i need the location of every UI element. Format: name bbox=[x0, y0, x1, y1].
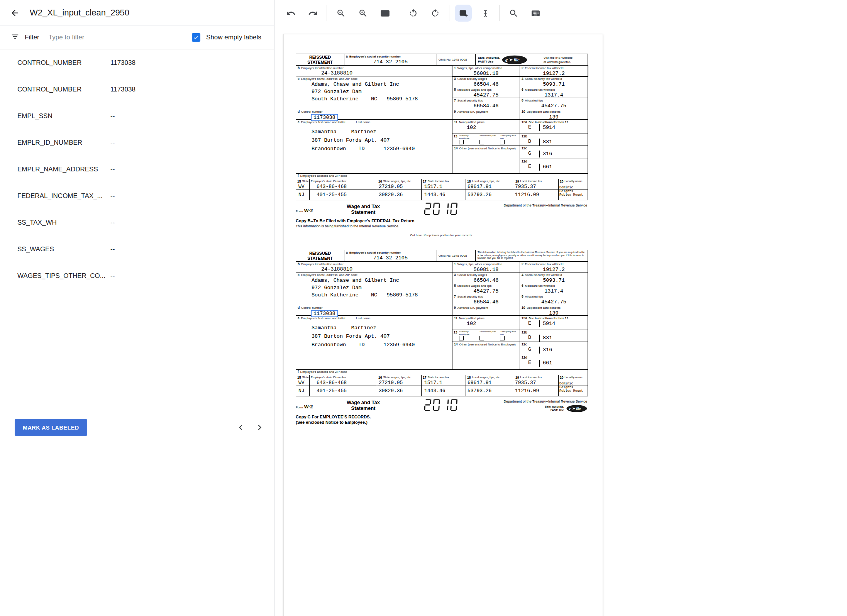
ein-value[interactable]: 24-3188810 bbox=[321, 70, 452, 76]
box-11-nonqualified: 11Nonqualified plans 102 bbox=[452, 120, 520, 134]
svg-text:file: file bbox=[576, 407, 581, 411]
treasury-department-label: Department of the Treasury--Internal Rev… bbox=[503, 203, 587, 207]
box-12a: 12aSee instructions for box 12 E5914 bbox=[520, 120, 588, 134]
label-row[interactable]: SS_WAGES-- bbox=[0, 236, 274, 262]
text-select-button[interactable] bbox=[477, 5, 494, 22]
federal-tax-value[interactable]: 19127.2 bbox=[520, 267, 588, 272]
zoom-in-icon bbox=[358, 8, 368, 18]
box-20-locality: 20Locality name Dominic Heights bbox=[559, 375, 588, 386]
form-w2-label: FormW-2 bbox=[296, 203, 330, 213]
state-row2-local-tax: 11216.09 bbox=[514, 190, 559, 200]
employee-street[interactable]: 387 Burton Fords Apt. 407 bbox=[296, 332, 452, 341]
ssn-value[interactable]: 714-32-2105 bbox=[344, 59, 437, 65]
label-panel: W2_XL_input_clean_2950 Filter Show empty… bbox=[0, 0, 274, 616]
box-16-state-wages: 16State wages, tips, etc. 27219.05 bbox=[377, 179, 422, 190]
year-seven-segment: 2010 bbox=[423, 399, 458, 411]
panel-header: W2_XL_input_clean_2950 bbox=[0, 0, 274, 26]
omb-number: OMB No. 1545-0008 bbox=[437, 54, 476, 65]
copy-designation: Copy B--To Be Filed with Employee's FEDE… bbox=[296, 218, 587, 223]
box-10-dependent-care: 10Dependent care benefits 139 bbox=[520, 109, 588, 119]
chevron-left-icon bbox=[235, 422, 246, 433]
label-row[interactable]: CONTROL_NUMBER1173038 bbox=[0, 76, 274, 103]
employer-city[interactable]: South Katherine NC 95869-5178 bbox=[296, 95, 452, 103]
federal-tax-value[interactable]: 19127.2 bbox=[520, 71, 588, 76]
employee-city[interactable]: Brandontown ID 12359-6940 bbox=[296, 341, 452, 349]
boxes-11-14: 11Nonqualified plans 102 12aSee instruct… bbox=[452, 316, 588, 369]
box-annotate-button[interactable] bbox=[455, 5, 472, 22]
document-panel: REISSUED STATEMENT aEmployee's social se… bbox=[274, 0, 847, 616]
box-annotate-icon bbox=[459, 8, 468, 18]
box-f-address-label: fEmployee's address and ZIP code bbox=[296, 370, 588, 375]
employer-city[interactable]: South Katherine NC 95869-5178 bbox=[296, 291, 452, 299]
undo-button[interactable] bbox=[282, 5, 299, 22]
search-button[interactable] bbox=[505, 5, 522, 22]
label-row[interactable]: EMPLR_ID_NUMBER-- bbox=[0, 129, 274, 156]
box-19-local-tax: 19Local income tax 7935.37 bbox=[514, 375, 559, 386]
document-viewer[interactable]: REISSUED STATEMENT aEmployee's social se… bbox=[274, 26, 847, 616]
label-row[interactable]: SS_TAX_WH-- bbox=[0, 209, 274, 236]
copy-designation-note: (See enclosed Notice to Employee.) bbox=[296, 420, 587, 425]
ssn-value[interactable]: 714-32-2105 bbox=[344, 255, 437, 261]
show-empty-labels-label: Show empty labels bbox=[206, 34, 261, 41]
w2-footer: FormW-2 Wage and Tax Statement 2010 Depa… bbox=[296, 396, 587, 425]
box-8-allocated-tips: 8Allocated tips 45427.75 bbox=[520, 98, 588, 109]
next-document-button[interactable] bbox=[254, 422, 265, 433]
wages-value[interactable]: 56081.18 bbox=[452, 71, 520, 76]
show-empty-labels-checkbox[interactable] bbox=[192, 33, 200, 42]
zoom-out-button[interactable] bbox=[332, 5, 349, 22]
cut-dashed-line bbox=[296, 238, 587, 238]
state-row2-local-wages: 53793.26 bbox=[466, 190, 514, 200]
rotate-left-button[interactable] bbox=[405, 5, 422, 22]
copy-designation: Copy C For EMPLOYEE'S RECORDS. bbox=[296, 415, 587, 419]
undo-icon bbox=[286, 8, 296, 18]
ein-value[interactable]: 24-3188810 bbox=[321, 266, 452, 272]
label-row[interactable]: CONTROL_NUMBER1173038 bbox=[0, 49, 274, 76]
search-icon bbox=[509, 8, 518, 18]
employer-name[interactable]: Adams, Chase and Gilbert Inc bbox=[296, 81, 452, 88]
zoom-in-button[interactable] bbox=[354, 5, 371, 22]
box-9-advance-eic: 9Advance EIC payment bbox=[452, 305, 520, 315]
omb-number: OMB No. 1545-0008 bbox=[437, 250, 476, 261]
employee-name[interactable]: SamanthaMartinez bbox=[296, 128, 452, 136]
rotate-right-button[interactable] bbox=[427, 5, 444, 22]
box-1-wages: 1Wages, tips, other compensation 56081.1… bbox=[452, 66, 520, 76]
label-row[interactable]: WAGES_TIPS_OTHER_CO...-- bbox=[0, 262, 274, 289]
prev-document-button[interactable] bbox=[235, 422, 246, 433]
box-3-ss-wages: 3Social security wages 66584.46 bbox=[452, 76, 520, 87]
filter-input[interactable] bbox=[48, 33, 180, 42]
efile-promo: Safe, Accurate, FAST! Use e file bbox=[476, 54, 541, 65]
footer-efile-promo: Safe, accurate, FAST! Use e file bbox=[545, 404, 587, 413]
w2-form: REISSUED STATEMENT aEmployee's social se… bbox=[296, 250, 587, 425]
reissued-line2: STATEMENT bbox=[296, 256, 344, 261]
irs-website-note: Visit the IRS Website at www.irs.gov/efi… bbox=[541, 54, 588, 65]
labeling-app: W2_XL_input_clean_2950 Filter Show empty… bbox=[0, 0, 847, 616]
statutory-employee-checkbox bbox=[459, 336, 464, 340]
label-row[interactable]: EMPLR_NAME_ADDRESS-- bbox=[0, 156, 274, 183]
employee-city[interactable]: Brandontown ID 12359-6940 bbox=[296, 145, 452, 153]
arrow-back-icon bbox=[10, 8, 20, 18]
box-12b: 12b D831 bbox=[520, 134, 588, 146]
employee-street[interactable]: 387 Burton Fords Apt. 407 bbox=[296, 136, 452, 145]
state-row2-wages: 30829.36 bbox=[377, 190, 422, 200]
box-f-address-label: fEmployee's address and ZIP code bbox=[296, 174, 588, 179]
employer-street[interactable]: 972 Gonzalez Dam bbox=[296, 284, 452, 291]
reissued-line1: REISSUED bbox=[296, 251, 344, 256]
label-list: CONTROL_NUMBER1173038 CONTROL_NUMBER1173… bbox=[0, 49, 274, 289]
keyboard-shortcuts-button[interactable] bbox=[527, 5, 544, 22]
document-page[interactable]: REISSUED STATEMENT aEmployee's social se… bbox=[283, 34, 603, 616]
employee-name[interactable]: SamanthaMartinez bbox=[296, 324, 452, 332]
redo-button[interactable] bbox=[304, 5, 321, 22]
back-button[interactable] bbox=[10, 8, 20, 18]
label-row[interactable]: FEDERAL_INCOME_TAX_...-- bbox=[0, 183, 274, 209]
wages-value[interactable]: 56081.18 bbox=[452, 267, 520, 272]
mark-as-labeled-button[interactable]: MARK AS LABELED bbox=[15, 419, 87, 436]
employer-street[interactable]: 972 Gonzalez Dam bbox=[296, 88, 452, 95]
box-7-ss-tips: 7Social security tips 66584.46 bbox=[452, 98, 520, 109]
efile-logo-icon: e file bbox=[566, 404, 587, 413]
employer-name[interactable]: Adams, Chase and Gilbert Inc bbox=[296, 277, 452, 284]
state-row2-state: NJ bbox=[296, 190, 310, 200]
retirement-plan-checkbox bbox=[479, 140, 484, 144]
box-15-state: 15State WV bbox=[296, 179, 310, 190]
label-row[interactable]: EMPL_SSN-- bbox=[0, 103, 274, 129]
code-view-button[interactable] bbox=[376, 5, 393, 22]
